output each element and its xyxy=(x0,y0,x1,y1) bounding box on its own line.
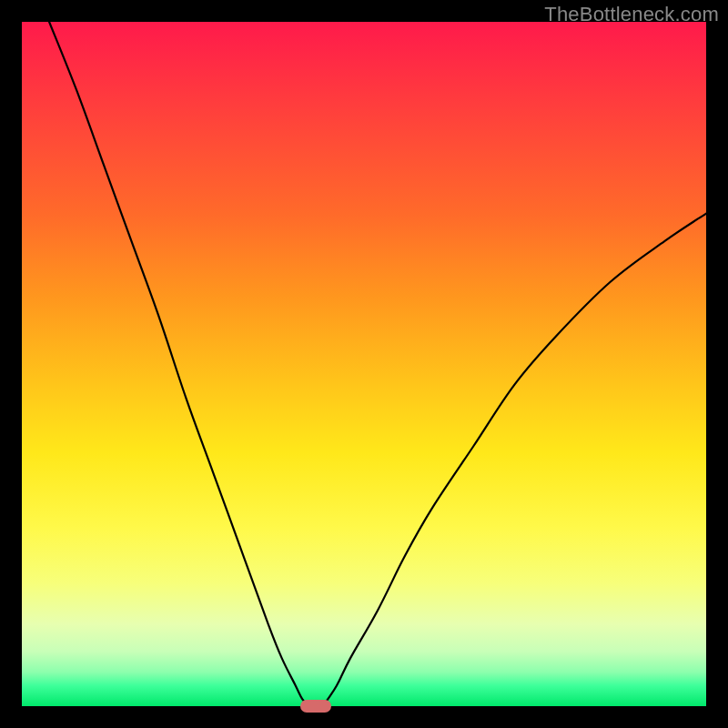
plot-area xyxy=(22,22,706,706)
chart-frame: TheBottleneck.com xyxy=(0,0,728,728)
watermark-text: TheBottleneck.com xyxy=(544,3,719,26)
bottleneck-curve xyxy=(22,22,706,706)
optimal-marker xyxy=(300,700,331,713)
